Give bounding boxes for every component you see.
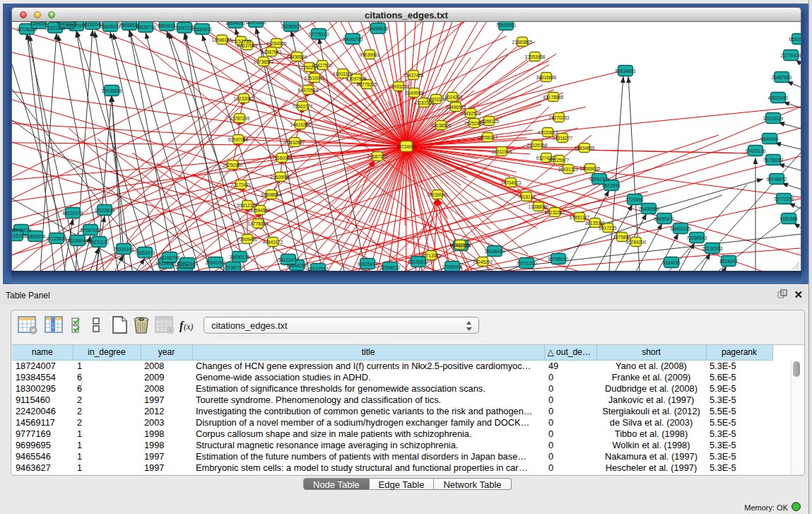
svg-text:55193837: 55193837 [408,259,429,264]
svg-text:28415205: 28415205 [12,233,26,238]
svg-text:57775103: 57775103 [309,32,329,37]
svg-text:47020613: 47020613 [538,130,558,135]
svg-text:76563727: 76563727 [293,104,313,109]
svg-text:18778019: 18778019 [248,221,269,226]
svg-text:29270233: 29270233 [549,115,570,120]
svg-text:54121477: 54121477 [278,257,299,262]
svg-text:36496015: 36496015 [446,105,466,110]
svg-text:18724007: 18724007 [396,144,417,149]
svg-text:68898694: 68898694 [261,192,282,197]
svg-text:29609087: 29609087 [271,175,291,180]
svg-text:59812137: 59812137 [237,203,258,208]
svg-text:36431319: 36431319 [558,167,579,172]
svg-text:94494928: 94494928 [368,26,389,31]
svg-text:80795010: 80795010 [548,257,569,262]
svg-text:14419256: 14419256 [290,122,311,127]
svg-text:32726318: 32726318 [17,27,37,32]
svg-text:53401521: 53401521 [57,22,78,26]
svg-text:57851377: 57851377 [570,215,590,220]
svg-text:13388090: 13388090 [529,204,549,209]
svg-text:95713081: 95713081 [421,253,442,258]
svg-text:97423126: 97423126 [746,148,766,153]
svg-text:68491435: 68491435 [671,226,691,231]
svg-text:71166708: 71166708 [160,255,180,260]
svg-text:33035886: 33035886 [102,88,122,93]
svg-text:40823450: 40823450 [768,95,789,100]
svg-text:7729990: 7729990 [625,197,644,202]
svg-text:25941004: 25941004 [206,260,226,265]
svg-text:75252420: 75252420 [464,121,485,126]
svg-text:37553958: 37553958 [525,54,546,59]
svg-text:65606833: 65606833 [100,24,121,29]
svg-text:10736572: 10736572 [254,59,274,64]
svg-text:73160068: 73160068 [272,156,293,160]
svg-text:97125636: 97125636 [47,236,67,241]
svg-text:90038526: 90038526 [431,123,452,128]
svg-text:80864260: 80864260 [287,263,307,268]
svg-text:66569635: 66569635 [580,166,601,171]
svg-text:91625494: 91625494 [358,262,378,267]
svg-text:86125977: 86125977 [549,158,570,163]
svg-text:62510041: 62510041 [305,76,325,81]
svg-text:76863473: 76863473 [135,250,155,255]
svg-text:2049999: 2049999 [405,90,423,95]
svg-text:88775215: 88775215 [357,82,377,87]
svg-text:36594951: 36594951 [225,22,246,25]
svg-text:50597086: 50597086 [228,137,249,142]
svg-text:23321899: 23321899 [45,25,66,30]
svg-text:62367643: 62367643 [261,49,282,54]
svg-text:72286543: 72286543 [687,235,707,240]
svg-text:22172421: 22172421 [231,182,252,187]
svg-text:84131979: 84131979 [63,211,83,216]
svg-text:26487660: 26487660 [772,75,792,80]
svg-text:89231132: 89231132 [89,240,110,245]
svg-text:69159587: 69159587 [156,261,177,266]
svg-text:(x): (x) [184,322,193,332]
svg-text:10196777: 10196777 [223,265,244,270]
svg-text:8672593: 8672593 [602,183,620,188]
svg-text:73772208: 73772208 [774,197,794,201]
svg-text:17090908: 17090908 [442,264,463,269]
svg-text:33787299: 33787299 [230,116,250,121]
svg-text:95427530: 95427530 [312,63,333,68]
svg-text:34046464: 34046464 [485,249,505,254]
svg-text:1289289: 1289289 [30,22,48,26]
svg-text:7818112: 7818112 [518,194,536,199]
svg-text:39285503: 39285503 [281,24,302,29]
svg-text:10233013: 10233013 [234,96,254,101]
svg-text:43436584: 43436584 [287,54,307,59]
svg-text:36650176: 36650176 [230,255,250,259]
svg-text:43091325: 43091325 [589,177,610,182]
svg-text:18558317: 18558317 [478,135,498,140]
svg-text:41264926: 41264926 [266,41,287,46]
svg-text:75593961: 75593961 [496,23,517,28]
svg-text:45769200: 45769200 [626,240,647,245]
svg-text:22687165: 22687165 [367,154,388,159]
svg-text:36159040: 36159040 [428,192,448,197]
svg-text:8869910: 8869910 [158,23,176,28]
svg-text:10832887: 10832887 [285,140,305,145]
svg-text:8849494: 8849494 [760,136,779,141]
svg-text:21776478: 21776478 [781,53,801,58]
svg-text:99046763: 99046763 [343,37,363,42]
svg-text:30219319: 30219319 [763,116,784,121]
svg-text:41603163: 41603163 [333,71,353,76]
svg-text:8634247: 8634247 [719,259,738,264]
svg-text:73909480: 73909480 [237,237,258,242]
svg-text:22130263: 22130263 [702,246,723,251]
svg-text:32568532: 32568532 [380,265,401,270]
svg-text:75045292: 75045292 [473,259,493,264]
svg-text:18566185: 18566185 [212,37,233,42]
svg-text:21863865: 21863865 [512,40,533,45]
svg-text:86132217: 86132217 [545,210,565,215]
svg-text:71993218: 71993218 [389,84,409,89]
svg-text:66319931: 66319931 [789,37,801,42]
svg-text:47843172: 47843172 [263,240,283,245]
svg-text:28326368: 28326368 [527,143,548,148]
svg-text:12003626: 12003626 [95,208,115,213]
svg-text:43169044: 43169044 [68,238,88,243]
svg-text:87637649: 87637649 [237,43,258,48]
svg-text:35999379: 35999379 [12,228,32,233]
svg-text:90889098: 90889098 [25,234,46,239]
svg-text:1475894: 1475894 [613,235,631,240]
